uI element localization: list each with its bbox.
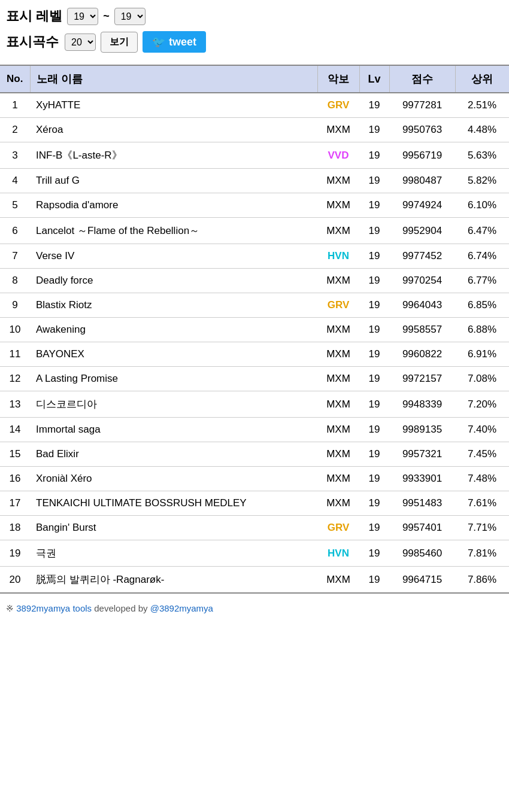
cell-score: 9977281: [389, 93, 455, 118]
cell-rank: 7.40%: [455, 418, 509, 442]
footer: ※ 3892myamya tools developed by @3892mya…: [0, 594, 509, 624]
cell-lv: 19: [359, 540, 389, 567]
level-control-row: 표시 레벨 19 ~ 19: [6, 7, 503, 25]
cell-no: 11: [0, 342, 30, 367]
level-from-select[interactable]: 19: [67, 8, 98, 25]
cell-title: Bangin' Burst: [30, 516, 317, 540]
cell-sheet: MXM: [317, 342, 359, 367]
table-row: 12A Lasting PromiseMXM1999721577.08%: [0, 367, 509, 391]
cell-title: 디스코르디아: [30, 391, 317, 418]
cell-lv: 19: [359, 467, 389, 491]
cell-title: 脱焉의 발퀴리아 -Ragnarøk-: [30, 567, 317, 594]
view-button[interactable]: 보기: [101, 32, 138, 53]
table-row: 6Lancelot ～Flame of the Rebellion～MXM199…: [0, 218, 509, 244]
cell-score: 9972157: [389, 367, 455, 391]
col-header-rank: 상위: [455, 65, 509, 93]
table-row: 15Bad ElixirMXM1999573217.45%: [0, 442, 509, 467]
footer-link1[interactable]: 3892myamya tools: [16, 603, 92, 613]
cell-title: Verse IV: [30, 244, 317, 269]
cell-title: TENKAICHI ULTIMATE BOSSRUSH MEDLEY: [30, 491, 317, 516]
cell-score: 9980487: [389, 169, 455, 193]
cell-title: A Lasting Promise: [30, 367, 317, 391]
level-to-select[interactable]: 19: [114, 8, 146, 25]
cell-score: 9970254: [389, 269, 455, 293]
cell-sheet: HVN: [317, 244, 359, 269]
cell-rank: 5.82%: [455, 169, 509, 193]
cell-no: 14: [0, 418, 30, 442]
footer-middle: developed by: [92, 603, 150, 613]
table-row: 10AwakeningMXM1999585576.88%: [0, 318, 509, 342]
cell-rank: 6.10%: [455, 193, 509, 218]
table-row: 13디스코르디아MXM1999483397.20%: [0, 391, 509, 418]
cell-title: BAYONEX: [30, 342, 317, 367]
col-header-title: 노래 이름: [30, 65, 317, 93]
cell-sheet: VVD: [317, 142, 359, 169]
cell-score: 9933901: [389, 467, 455, 491]
cell-title: Immortal saga: [30, 418, 317, 442]
cell-sheet: MXM: [317, 367, 359, 391]
cell-title: Xéroa: [30, 118, 317, 142]
cell-rank: 4.48%: [455, 118, 509, 142]
cell-rank: 6.85%: [455, 293, 509, 318]
cell-title: XyHATTE: [30, 93, 317, 118]
cell-score: 9957321: [389, 442, 455, 467]
cell-score: 9989135: [389, 418, 455, 442]
tweet-button[interactable]: 🐦 tweet: [143, 31, 206, 53]
col-header-no: No.: [0, 65, 30, 93]
cell-rank: 2.51%: [455, 93, 509, 118]
cell-no: 4: [0, 169, 30, 193]
cell-no: 8: [0, 269, 30, 293]
col-header-score: 점수: [389, 65, 455, 93]
cell-no: 7: [0, 244, 30, 269]
cell-sheet: MXM: [317, 491, 359, 516]
table-row: 5Rapsodia d'amoreMXM1999749246.10%: [0, 193, 509, 218]
cell-rank: 6.74%: [455, 244, 509, 269]
cell-lv: 19: [359, 293, 389, 318]
footer-prefix: ※: [6, 603, 16, 613]
cell-score: 9964715: [389, 567, 455, 594]
cell-sheet: MXM: [317, 467, 359, 491]
cell-score: 9960822: [389, 342, 455, 367]
cell-lv: 19: [359, 269, 389, 293]
cell-lv: 19: [359, 93, 389, 118]
count-select[interactable]: 20: [65, 34, 96, 51]
cell-lv: 19: [359, 244, 389, 269]
cell-lv: 19: [359, 391, 389, 418]
cell-no: 1: [0, 93, 30, 118]
cell-score: 9950763: [389, 118, 455, 142]
cell-rank: 7.08%: [455, 367, 509, 391]
cell-title: Trill auf G: [30, 169, 317, 193]
cell-title: 극권: [30, 540, 317, 567]
cell-rank: 6.91%: [455, 342, 509, 367]
cell-rank: 7.20%: [455, 391, 509, 418]
cell-rank: 7.61%: [455, 491, 509, 516]
cell-score: 9958557: [389, 318, 455, 342]
cell-title: Bad Elixir: [30, 442, 317, 467]
footer-link2[interactable]: @3892myamya: [150, 603, 213, 613]
table-row: 7Verse IVHVN1999774526.74%: [0, 244, 509, 269]
cell-no: 2: [0, 118, 30, 142]
cell-no: 17: [0, 491, 30, 516]
cell-sheet: MXM: [317, 567, 359, 594]
cell-score: 9977452: [389, 244, 455, 269]
cell-title: Rapsodia d'amore: [30, 193, 317, 218]
cell-title: Deadly force: [30, 269, 317, 293]
cell-rank: 6.77%: [455, 269, 509, 293]
table-row: 11BAYONEXMXM1999608226.91%: [0, 342, 509, 367]
cell-rank: 7.81%: [455, 540, 509, 567]
cell-no: 13: [0, 391, 30, 418]
table-row: 20脱焉의 발퀴리아 -Ragnarøk-MXM1999647157.86%: [0, 567, 509, 594]
rankings-table: No. 노래 이름 악보 Lv 점수 상위 1XyHATTEGRV1999772…: [0, 65, 509, 594]
cell-no: 9: [0, 293, 30, 318]
table-row: 4Trill auf GMXM1999804875.82%: [0, 169, 509, 193]
cell-lv: 19: [359, 142, 389, 169]
cell-score: 9952904: [389, 218, 455, 244]
table-header-row: No. 노래 이름 악보 Lv 점수 상위: [0, 65, 509, 93]
cell-title: Blastix Riotz: [30, 293, 317, 318]
cell-sheet: MXM: [317, 118, 359, 142]
cell-score: 9974924: [389, 193, 455, 218]
cell-no: 5: [0, 193, 30, 218]
tweet-label: tweet: [169, 36, 196, 48]
col-header-lv: Lv: [359, 65, 389, 93]
cell-rank: 7.48%: [455, 467, 509, 491]
